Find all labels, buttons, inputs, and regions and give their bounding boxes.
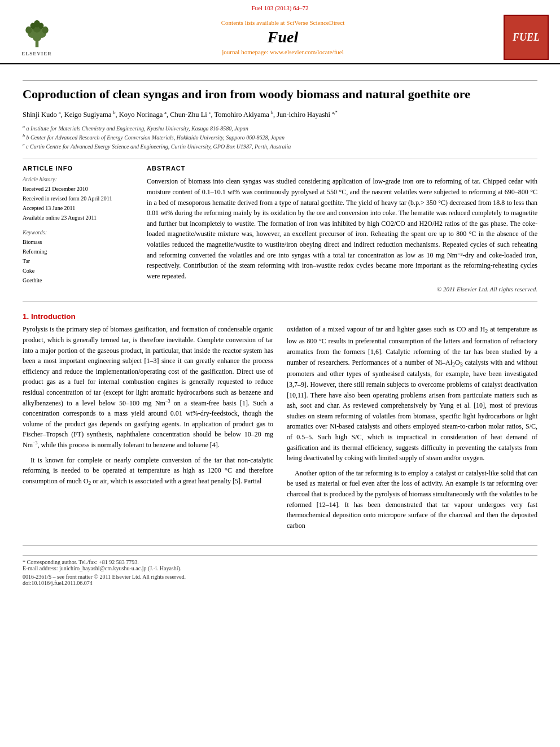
intro-two-col: Pyrolysis is the primary step of biomass… [23,324,537,535]
header-divider [23,80,537,81]
fuel-logo-text: FUEL [513,32,540,43]
revised-line: Received in revised form 20 April 2011 [23,194,135,203]
journal-title-display: Fuel [62,28,504,46]
keywords-block: Keywords: Biomass Reforming Tar Coke Goe… [23,229,135,285]
sup-c: c [209,110,211,115]
doi-block: 0016-2361/$ – see front matter © 2011 El… [23,574,537,586]
copyright-note: © 2011 Elsevier Ltd. All rights reserved… [147,286,537,292]
elsevier-tree-icon [21,19,53,50]
keyword-coke: Coke [23,266,135,276]
journal-citation: Fuel 103 (2013) 64–72 [11,5,549,11]
corresponding-author-note: * Corresponding author. Tel./fax: +81 92… [23,555,537,571]
intro-para-1: Pyrolysis is the primary step of biomass… [23,324,273,450]
intro-heading: 1. Introduction [23,312,537,321]
received-line: Received 21 December 2010 [23,184,135,194]
affiliations-block: a a Institute for Materials Chemistry an… [23,124,537,151]
article-info-label: ARTICLE INFO [23,165,135,172]
intro-left-col: Pyrolysis is the primary step of biomass… [23,324,273,535]
body-divider [23,302,537,302]
history-label: Article history: [23,176,135,182]
journal-center-block: Contents lists available at SciVerse Sci… [62,19,504,55]
footnotes-section: * Corresponding author. Tel./fax: +81 92… [23,545,537,586]
keywords-list: Biomass Reforming Tar Coke Goethite [23,237,135,285]
article-history-block: Article history: Received 21 December 20… [23,176,135,222]
article-info-col: ARTICLE INFO Article history: Received 2… [23,165,135,292]
svg-point-9 [34,20,40,27]
keyword-biomass: Biomass [23,237,135,247]
available-online-line: Available online 23 August 2011 [23,213,135,222]
intro-right-col: oxidation of a mixed vapour of tar and l… [287,324,537,535]
elsevier-logo: ELSEVIER [11,19,62,56]
homepage-label: journal homepage: www.elsevier.com/locat… [222,49,344,55]
affiliation-b: b b Center for Advanced Research of Ener… [23,133,537,142]
email-note-text: E-mail address: junichiro_hayashi@cm.kyu… [23,565,537,571]
keyword-reforming: Reforming [23,247,135,256]
abstract-col: ABSTRACT Conversion of biomass into clea… [147,165,537,292]
content-divider [23,159,537,159]
doi-text: doi:10.1016/j.fuel.2011.06.074 [23,580,537,586]
article-content: Coproduction of clean syngas and iron fr… [0,64,560,596]
page: Fuel 103 (2013) 64–72 [0,0,560,747]
sup-a3: a,* [332,110,338,115]
sup-a2: a [164,110,167,115]
info-abstract-section: ARTICLE INFO Article history: Received 2… [23,165,537,292]
affiliation-c: c c Curtin Centre for Advanced Energy Sc… [23,142,537,151]
intro-para-2: It is known for complete or nearly compl… [23,455,273,488]
issn-text: 0016-2361/$ – see front matter © 2011 El… [23,574,537,580]
header-inner: ELSEVIER Contents lists available at Sci… [11,15,549,60]
article-title: Coproduction of clean syngas and iron fr… [23,86,537,103]
accepted-line: Accepted 13 June 2011 [23,203,135,213]
intro-para-4: Another option of the tar reforming is t… [287,468,537,531]
journal-homepage[interactable]: journal homepage: www.elsevier.com/locat… [62,49,504,55]
abstract-label: ABSTRACT [147,165,537,172]
sciverse-link[interactable]: Contents lists available at SciVerse Sci… [62,19,504,26]
journal-header: Fuel 103 (2013) 64–72 [0,0,560,64]
keyword-goethite: Goethite [23,276,135,285]
fuel-logo-box: FUEL [504,15,549,60]
sup-a: a [59,110,61,115]
introduction-section: 1. Introduction Pyrolysis is the primary… [23,312,537,535]
abstract-text: Conversion of biomass into clean syngas … [147,176,537,281]
authors-line: Shinji Kudo a, Keigo Sugiyama b, Koyo No… [23,110,537,120]
corresponding-note-text: * Corresponding author. Tel./fax: +81 92… [23,559,537,565]
received-date: Received 21 December 2010 Received in re… [23,184,135,222]
keyword-tar: Tar [23,256,135,266]
sup-b1: b [113,110,116,115]
elsevier-label: ELSEVIER [21,51,52,56]
affiliation-a: a a Institute for Materials Chemistry an… [23,124,537,133]
intro-para-3: oxidation of a mixed vapour of tar and l… [287,324,537,463]
sup-b2: b [271,110,273,115]
keywords-label: Keywords: [23,229,135,235]
sciverse-label[interactable]: SciVerse ScienceDirect [286,19,344,26]
contents-available-text: Contents lists available at [221,19,285,26]
